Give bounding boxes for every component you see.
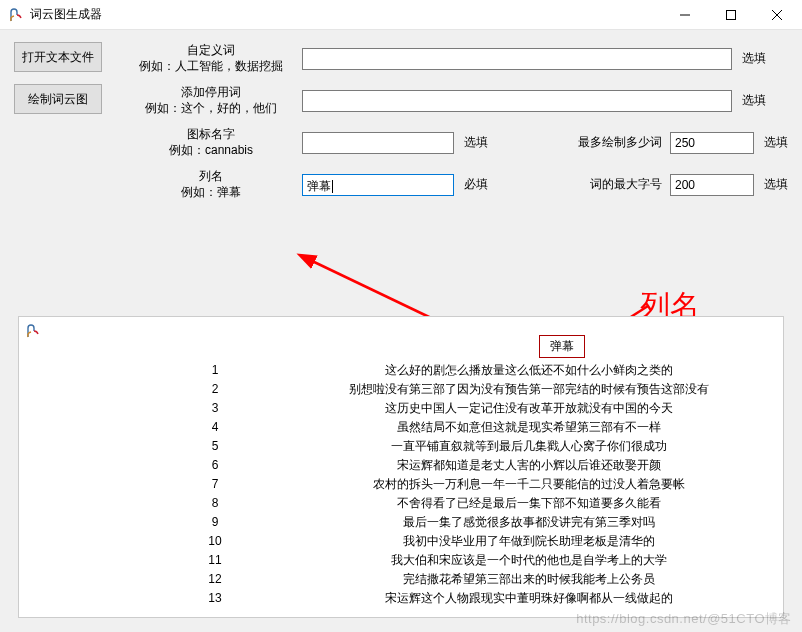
row-text: 这历史中国人一定记住没有改革开放就没有中国的今天	[279, 399, 779, 418]
row-index: 4	[195, 418, 235, 437]
icon-name-input[interactable]	[302, 132, 454, 154]
text-caret	[332, 180, 333, 193]
window-title: 词云图生成器	[30, 6, 102, 23]
row-text: 宋运辉都知道是老丈人害的小辉以后谁还敢娶开颜	[279, 456, 779, 475]
table-row: 10我初中没毕业用了年做到院长助理老板是清华的	[19, 532, 783, 551]
column-name-label: 列名 例如：弹幕	[120, 168, 302, 200]
row-index: 2	[195, 380, 235, 399]
client-area: 打开文本文件 自定义词 例如：人工智能，数据挖掘 选填 绘制词云图 添加停用词 …	[0, 30, 802, 632]
column-name-hint: 必填	[464, 176, 488, 193]
custom-words-label: 自定义词 例如：人工智能，数据挖掘	[120, 42, 302, 74]
row-index: 12	[195, 570, 235, 589]
table-row: 6宋运辉都知道是老丈人害的小辉以后谁还敢娶开颜	[19, 456, 783, 475]
preview-column-header: 弹幕	[539, 335, 585, 358]
max-font-label: 词的最大字号	[590, 176, 662, 193]
row-index: 9	[195, 513, 235, 532]
row-text: 一直平铺直叙就等到最后几集戳人心窝子你们很成功	[279, 437, 779, 456]
row-text: 宋运辉这个人物跟现实中董明珠好像啊都从一线做起的	[279, 589, 779, 608]
row-text: 别想啦没有第三部了因为没有预告第一部完结的时候有预告这部没有	[279, 380, 779, 399]
open-file-button[interactable]: 打开文本文件	[14, 42, 102, 72]
custom-words-hint: 选填	[742, 50, 766, 67]
maximize-button[interactable]	[708, 0, 754, 30]
icon-name-hint: 选填	[464, 134, 488, 151]
stop-words-hint: 选填	[742, 92, 766, 109]
app-icon	[8, 7, 24, 23]
row-text: 不舍得看了已经是最后一集下部不知道要多久能看	[279, 494, 779, 513]
row-text: 这么好的剧怎么播放量这么低还不如什么小鲜肉之类的	[279, 361, 779, 380]
row-index: 8	[195, 494, 235, 513]
row-text: 农村的拆头一万利息一年一千二只要能信的过没人着急要帐	[279, 475, 779, 494]
table-row: 13宋运辉这个人物跟现实中董明珠好像啊都从一线做起的	[19, 589, 783, 608]
table-row: 3这历史中国人一定记住没有改革开放就没有中国的今天	[19, 399, 783, 418]
row-index: 1	[195, 361, 235, 380]
table-row: 4虽然结局不如意但这就是现实希望第三部有不一样	[19, 418, 783, 437]
column-name-input[interactable]: 弹幕	[302, 174, 454, 196]
max-font-input[interactable]	[670, 174, 754, 196]
row-text: 完结撒花希望第三部出来的时候我能考上公务员	[279, 570, 779, 589]
table-row: 2别想啦没有第三部了因为没有预告第一部完结的时候有预告这部没有	[19, 380, 783, 399]
close-button[interactable]	[754, 0, 800, 30]
table-row: 12完结撒花希望第三部出来的时候我能考上公务员	[19, 570, 783, 589]
row-text: 虽然结局不如意但这就是现实希望第三部有不一样	[279, 418, 779, 437]
row-text: 最后一集了感觉很多故事都没讲完有第三季对吗	[279, 513, 779, 532]
stop-words-label: 添加停用词 例如：这个，好的，他们	[120, 84, 302, 116]
table-row: 11我大伯和宋应该是一个时代的他也是自学考上的大学	[19, 551, 783, 570]
svg-rect-1	[727, 10, 736, 19]
max-font-hint: 选填	[764, 176, 788, 193]
row-index: 11	[195, 551, 235, 570]
max-words-label: 最多绘制多少词	[578, 134, 662, 151]
row-index: 7	[195, 475, 235, 494]
preview-panel: 弹幕 1这么好的剧怎么播放量这么低还不如什么小鲜肉之类的2别想啦没有第三部了因为…	[18, 316, 784, 618]
table-row: 8不舍得看了已经是最后一集下部不知道要多久能看	[19, 494, 783, 513]
table-row: 1这么好的剧怎么播放量这么低还不如什么小鲜肉之类的	[19, 361, 783, 380]
table-row: 9最后一集了感觉很多故事都没讲完有第三季对吗	[19, 513, 783, 532]
max-words-input[interactable]	[670, 132, 754, 154]
stop-words-input[interactable]	[302, 90, 732, 112]
table-row: 7农村的拆头一万利息一年一千二只要能信的过没人着急要帐	[19, 475, 783, 494]
row-index: 13	[195, 589, 235, 608]
table-row: 5一直平铺直叙就等到最后几集戳人心窝子你们很成功	[19, 437, 783, 456]
row-text: 我初中没毕业用了年做到院长助理老板是清华的	[279, 532, 779, 551]
row-text: 我大伯和宋应该是一个时代的他也是自学考上的大学	[279, 551, 779, 570]
row-index: 5	[195, 437, 235, 456]
icon-name-label: 图标名字 例如：cannabis	[120, 126, 302, 158]
row-index: 10	[195, 532, 235, 551]
row-index: 6	[195, 456, 235, 475]
draw-cloud-button[interactable]: 绘制词云图	[14, 84, 102, 114]
row-index: 3	[195, 399, 235, 418]
custom-words-input[interactable]	[302, 48, 732, 70]
max-words-hint: 选填	[764, 134, 788, 151]
titlebar: 词云图生成器	[0, 0, 802, 30]
minimize-button[interactable]	[662, 0, 708, 30]
